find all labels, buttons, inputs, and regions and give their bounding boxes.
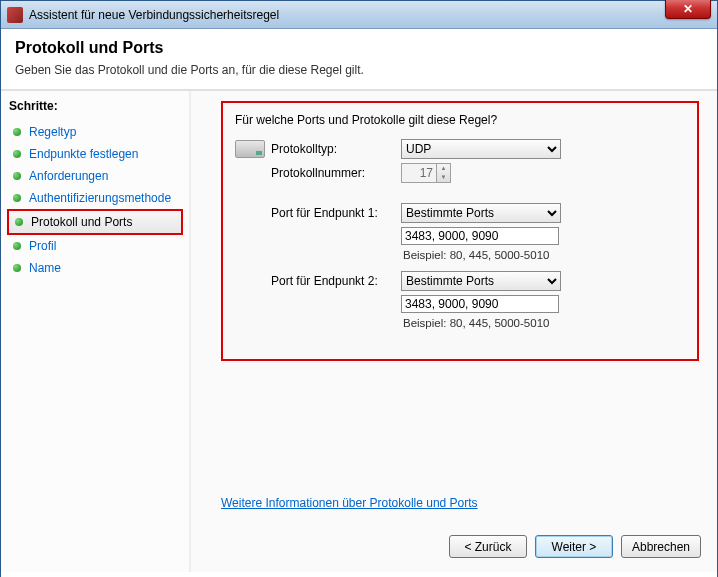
section-question: Für welche Ports und Protokolle gilt die… [235,113,685,127]
highlighted-section: Für welche Ports und Protokolle gilt die… [221,101,699,361]
row-protocol-type: Protokolltyp: UDP [235,139,685,159]
bullet-icon [15,218,23,226]
row-endpoint2: Port für Endpunkt 2: Bestimmte Ports [235,271,685,291]
endpoint1-ports-input[interactable] [401,227,559,245]
nic-icon [235,140,265,158]
step-label: Anforderungen [29,169,108,183]
next-button[interactable]: Weiter > [535,535,613,558]
page-header: Protokoll und Ports Geben Sie das Protok… [1,29,717,91]
spinner-arrows[interactable]: ▲ ▼ [437,163,451,183]
step-authentifizierung[interactable]: Authentifizierungsmethode [7,187,183,209]
endpoint1-label: Port für Endpunkt 1: [271,206,401,220]
main-panel: Für welche Ports und Protokolle gilt die… [191,91,717,572]
more-info-link[interactable]: Weitere Informationen über Protokolle un… [221,496,478,510]
endpoint1-select[interactable]: Bestimmte Ports [401,203,561,223]
protocol-type-select[interactable]: UDP [401,139,561,159]
wizard-buttons: < Zurück Weiter > Abbrechen [449,535,701,558]
step-protokoll-ports[interactable]: Protokoll und Ports [7,209,183,235]
content-area: Schritte: Regeltyp Endpunkte festlegen A… [1,91,717,572]
window-title: Assistent für neue Verbindungssicherheit… [29,8,279,22]
endpoint2-example: Beispiel: 80, 445, 5000-5010 [403,317,685,329]
endpoint1-example: Beispiel: 80, 445, 5000-5010 [403,249,685,261]
bullet-icon [13,242,21,250]
step-profil[interactable]: Profil [7,235,183,257]
protocol-number-value [401,163,437,183]
back-button[interactable]: < Zurück [449,535,527,558]
row-endpoint1: Port für Endpunkt 1: Bestimmte Ports [235,203,685,223]
bullet-icon [13,150,21,158]
protocol-number-label: Protokollnummer: [271,166,401,180]
endpoint2-label: Port für Endpunkt 2: [271,274,401,288]
close-button[interactable]: ✕ [665,0,711,19]
step-anforderungen[interactable]: Anforderungen [7,165,183,187]
protocol-type-label: Protokolltyp: [271,142,401,156]
bullet-icon [13,128,21,136]
row-endpoint2-value [235,295,685,313]
step-label: Protokoll und Ports [31,215,132,229]
steps-heading: Schritte: [7,99,183,113]
cancel-button[interactable]: Abbrechen [621,535,701,558]
step-regeltyp[interactable]: Regeltyp [7,121,183,143]
step-label: Authentifizierungsmethode [29,191,171,205]
step-endpunkte[interactable]: Endpunkte festlegen [7,143,183,165]
app-icon [7,7,23,23]
step-name[interactable]: Name [7,257,183,279]
step-label: Regeltyp [29,125,76,139]
page-title: Protokoll und Ports [15,39,703,57]
window-body: Protokoll und Ports Geben Sie das Protok… [1,29,717,577]
endpoint2-ports-input[interactable] [401,295,559,313]
chevron-down-icon: ▼ [437,173,450,182]
row-endpoint1-value [235,227,685,245]
close-icon: ✕ [683,2,693,16]
wizard-window: Assistent für neue Verbindungssicherheit… [0,0,718,577]
protocol-number-spinner[interactable]: ▲ ▼ [401,163,451,183]
bullet-icon [13,172,21,180]
page-subtitle: Geben Sie das Protokoll und die Ports an… [15,63,703,77]
chevron-up-icon: ▲ [437,164,450,173]
step-label: Endpunkte festlegen [29,147,138,161]
bullet-icon [13,264,21,272]
titlebar: Assistent für neue Verbindungssicherheit… [1,1,717,29]
step-label: Profil [29,239,56,253]
bullet-icon [13,194,21,202]
steps-sidebar: Schritte: Regeltyp Endpunkte festlegen A… [1,91,191,572]
endpoint2-select[interactable]: Bestimmte Ports [401,271,561,291]
step-label: Name [29,261,61,275]
row-protocol-number: Protokollnummer: ▲ ▼ [235,163,685,183]
